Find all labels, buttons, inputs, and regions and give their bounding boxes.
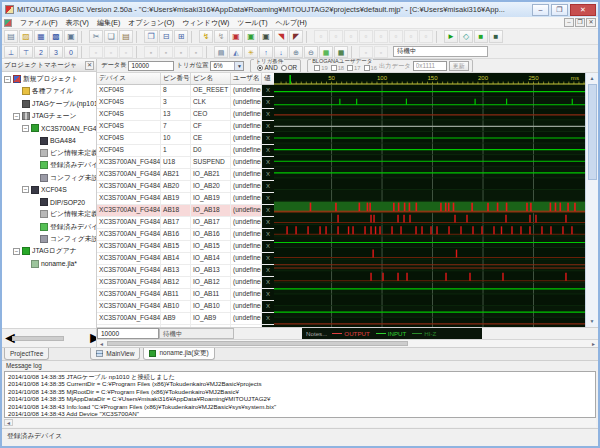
table-row[interactable]: XCF04S8OE_RESET(undefined)X (97, 85, 274, 97)
table-row[interactable]: XCF04S13CEO(undefined)X (97, 109, 274, 121)
pin-mode-2-button[interactable]: 2 (34, 46, 48, 58)
pin-mode-0-button[interactable]: 0 (64, 46, 78, 58)
disconnect-cable-button[interactable]: ↯ (214, 30, 228, 43)
bscan-7-button[interactable]: ▪ (189, 46, 203, 58)
pin-tool-6-button[interactable]: ▫ (389, 30, 403, 43)
wave-new-button[interactable]: ▤ (214, 46, 228, 58)
open-button[interactable]: ▨ (19, 30, 33, 43)
tile-vertical-button[interactable]: ⊞ (174, 30, 188, 43)
tab-noname-jla----[interactable]: noname.jla(変更) (143, 348, 214, 360)
tree-item-noname-jla[interactable]: noname.jla* (2, 257, 96, 269)
wave-mark-button[interactable]: ✳ (244, 46, 258, 58)
scroll-thumb[interactable] (588, 84, 597, 180)
logana-run-button[interactable]: ► (444, 30, 458, 43)
menu-help[interactable]: ヘルプ(H) (272, 18, 311, 28)
cascade-windows-button[interactable]: ❐ (144, 30, 158, 43)
save-button[interactable]: ▦ (34, 30, 48, 43)
pin-tool-4-button[interactable]: ▫ (359, 30, 373, 43)
bscan-2-button[interactable]: ▫ (104, 46, 118, 58)
tree-expander-icon[interactable]: − (22, 125, 29, 132)
tree-item-xc3s700an[interactable]: −XC3S700AN_FG484 (2, 122, 96, 134)
bit-18-checkbox[interactable] (331, 65, 337, 71)
mdi-restore-button[interactable]: ❐ (575, 18, 585, 27)
pin-tool-3-button[interactable]: ▫ (344, 30, 358, 43)
logana-sample-button[interactable]: ■ (474, 30, 488, 43)
tree-item-registered-2[interactable]: 登録済みデバイス (2, 221, 96, 233)
scroll-right-icon[interactable]: ► (87, 329, 96, 347)
mdi-close-button[interactable]: ✕ (586, 18, 596, 27)
tree-expander-icon[interactable]: − (13, 248, 20, 255)
output-data-input[interactable] (413, 61, 447, 71)
bscan-4-button[interactable]: ▪ (144, 46, 158, 58)
or-radio[interactable] (281, 65, 287, 71)
print-button[interactable]: ▣ (64, 30, 78, 43)
close-button[interactable]: ✕ (570, 4, 596, 16)
scroll-right-icon[interactable]: ► (589, 341, 598, 347)
menu-tool[interactable]: ツール(T) (233, 18, 271, 28)
tree-item-pininfo-1[interactable]: ピン情報未定義 (2, 147, 96, 159)
bscan-1-button[interactable]: ▫ (89, 46, 103, 58)
tree-item-pininfo-2[interactable]: ピン情報未定義 (2, 208, 96, 220)
tree-expander-icon[interactable]: − (4, 76, 11, 83)
logana-step-button[interactable]: ◇ (459, 30, 473, 43)
table-row[interactable]: XC3S700AN_FG484AB17IO_AB17(undefined)X (97, 217, 274, 229)
tree-item-jtag-chain[interactable]: −JTAGチェーン (2, 110, 96, 122)
menu-option[interactable]: オプション(O) (124, 18, 178, 28)
tab-mainview[interactable]: MainView (90, 348, 140, 360)
scroll-left-icon[interactable]: ◄ (2, 329, 11, 347)
minimize-button[interactable]: – (532, 4, 549, 16)
table-row[interactable]: XCF04S10CE(undefined)X (97, 133, 274, 145)
extra-2-button[interactable]: ▫ (374, 46, 388, 58)
tree-item-new-project[interactable]: −新規プロジェクト (2, 73, 96, 85)
tree-item-jtag-cable[interactable]: JTAGケーブル(np1010) (2, 98, 96, 110)
table-row[interactable]: XC3S700AN_FG484AB15IO_AB15(undefined)X (97, 241, 274, 253)
pin-tool-5-button[interactable]: ▫ (374, 30, 388, 43)
bit-16-checkbox[interactable] (364, 65, 370, 71)
menu-view[interactable]: 表示(V) (62, 18, 93, 28)
pin-tool-2-button[interactable]: ▫ (329, 30, 343, 43)
pin-tool-7-button[interactable]: ▫ (404, 30, 418, 43)
table-row[interactable]: XC3S700AN_FG484AB20IO_AB20(undefined)X (97, 181, 274, 193)
notes-label[interactable]: Notes... (306, 330, 327, 337)
table-row[interactable]: XCF04S1D0(undefined)X (97, 145, 274, 157)
paste-button[interactable]: ▤ (119, 30, 133, 43)
detect-chain-button[interactable]: ▣ (229, 30, 243, 43)
table-row[interactable]: XC3S700AN_FG484AB10IO_AB10(undefined)X (97, 301, 274, 313)
table-row[interactable]: XCF04S7CF(undefined)X (97, 121, 274, 133)
pin-set-low-button[interactable]: ⊤ (19, 46, 33, 58)
tree-item-jtag-logana[interactable]: −JTAGログアナ (2, 245, 96, 257)
table-row[interactable]: XCF04S3CLK(undefined)X (97, 97, 274, 109)
new-button[interactable]: ▤ (4, 30, 18, 43)
tree-item-config-2[interactable]: コンフィグ未設定 (2, 233, 96, 245)
table-row[interactable]: XC3S700AN_FG484AB11IO_AB11(undefined)X (97, 289, 274, 301)
scroll-up-icon[interactable]: ▲ (590, 74, 595, 83)
tree-item-registered-1[interactable]: 登録済みデバイス (2, 159, 96, 171)
scroll-thumb[interactable] (12, 336, 64, 341)
scroll-down-button[interactable]: ↓ (274, 46, 288, 58)
logana-view-2-button[interactable]: ▦ (334, 46, 348, 58)
pin-mode-3-button[interactable]: 3 (49, 46, 63, 58)
table-row[interactable]: XC3S700AN_FG484AB19IO_AB19(undefined)X (97, 193, 274, 205)
scroll-left-icon[interactable]: ◄ (97, 341, 106, 347)
tile-horizontal-button[interactable]: ⊟ (159, 30, 173, 43)
table-row[interactable]: XC3S700AN_FG484U18SUSPEND(undefined)X (97, 157, 274, 169)
table-row[interactable]: XC3S700AN_FG484AB13IO_AB13(undefined)X (97, 265, 274, 277)
menu-window[interactable]: ウィンドウ(W) (178, 18, 233, 28)
trigger-pos-dropdown[interactable]: 6% ▼ (210, 61, 244, 71)
pin-tool-8-button[interactable]: ▫ (419, 30, 433, 43)
zoom-out-button[interactable]: ⊖ (304, 46, 318, 58)
update-button[interactable]: 更新 (449, 61, 469, 71)
tree-item-dip-sop20[interactable]: DIP/SOP20 (2, 196, 96, 208)
logana-view-1-button[interactable]: ▦ (319, 46, 333, 58)
bit-17-checkbox[interactable] (347, 65, 353, 71)
tab-projecttree[interactable]: ProjectTree (4, 348, 49, 360)
log-hscrollbar[interactable]: ◄ (4, 418, 596, 427)
bscan-5-button[interactable]: ▪ (159, 46, 173, 58)
waveform-hscrollbar[interactable]: ◄ ► (97, 339, 598, 347)
connect-cable-button[interactable]: ↯ (199, 30, 213, 43)
waveform-panel[interactable]: 50100150200250ms (274, 73, 585, 327)
waveform-vscrollbar[interactable]: ▲ ▼ (585, 73, 598, 327)
device-program-button[interactable]: ▣ (244, 30, 258, 43)
tree-item-files[interactable]: 各種ファイル (2, 85, 96, 97)
bscan-3-button[interactable]: ▫ (119, 46, 133, 58)
